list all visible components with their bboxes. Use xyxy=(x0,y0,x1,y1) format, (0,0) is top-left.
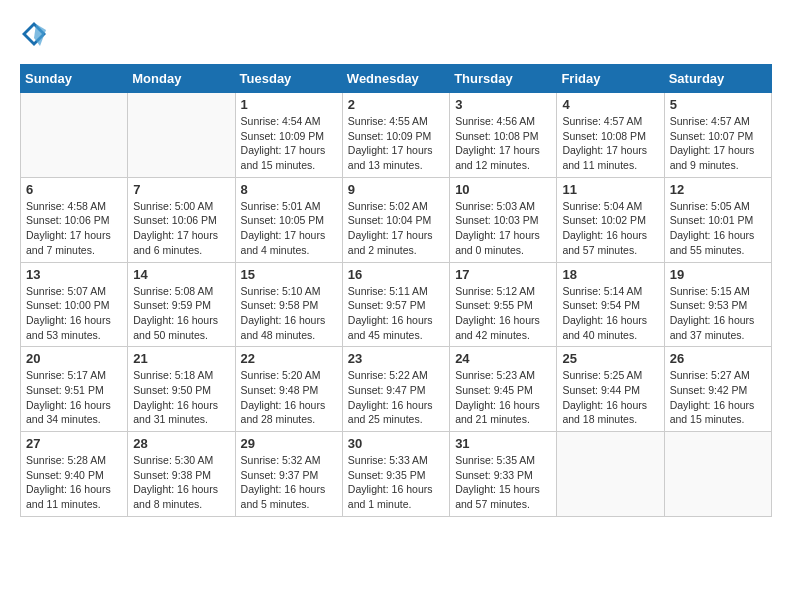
day-number: 19 xyxy=(670,267,766,282)
day-number: 27 xyxy=(26,436,122,451)
day-number: 2 xyxy=(348,97,444,112)
day-number: 24 xyxy=(455,351,551,366)
day-number: 25 xyxy=(562,351,658,366)
day-number: 5 xyxy=(670,97,766,112)
day-info: Sunrise: 5:22 AM Sunset: 9:47 PM Dayligh… xyxy=(348,368,444,427)
calendar-cell: 5Sunrise: 4:57 AM Sunset: 10:07 PM Dayli… xyxy=(664,93,771,178)
day-number: 29 xyxy=(241,436,337,451)
day-info: Sunrise: 4:54 AM Sunset: 10:09 PM Daylig… xyxy=(241,114,337,173)
day-of-week-header: Saturday xyxy=(664,65,771,93)
calendar-cell: 15Sunrise: 5:10 AM Sunset: 9:58 PM Dayli… xyxy=(235,262,342,347)
day-info: Sunrise: 4:56 AM Sunset: 10:08 PM Daylig… xyxy=(455,114,551,173)
day-number: 7 xyxy=(133,182,229,197)
calendar-cell xyxy=(21,93,128,178)
calendar-cell xyxy=(664,432,771,517)
day-info: Sunrise: 5:10 AM Sunset: 9:58 PM Dayligh… xyxy=(241,284,337,343)
day-info: Sunrise: 4:58 AM Sunset: 10:06 PM Daylig… xyxy=(26,199,122,258)
calendar-week-row: 13Sunrise: 5:07 AM Sunset: 10:00 PM Dayl… xyxy=(21,262,772,347)
day-info: Sunrise: 5:30 AM Sunset: 9:38 PM Dayligh… xyxy=(133,453,229,512)
day-number: 18 xyxy=(562,267,658,282)
calendar-cell: 6Sunrise: 4:58 AM Sunset: 10:06 PM Dayli… xyxy=(21,177,128,262)
day-of-week-header: Monday xyxy=(128,65,235,93)
day-info: Sunrise: 5:35 AM Sunset: 9:33 PM Dayligh… xyxy=(455,453,551,512)
day-number: 9 xyxy=(348,182,444,197)
day-number: 22 xyxy=(241,351,337,366)
day-number: 11 xyxy=(562,182,658,197)
calendar-cell: 29Sunrise: 5:32 AM Sunset: 9:37 PM Dayli… xyxy=(235,432,342,517)
day-info: Sunrise: 5:32 AM Sunset: 9:37 PM Dayligh… xyxy=(241,453,337,512)
calendar-cell: 22Sunrise: 5:20 AM Sunset: 9:48 PM Dayli… xyxy=(235,347,342,432)
day-number: 13 xyxy=(26,267,122,282)
calendar-cell: 9Sunrise: 5:02 AM Sunset: 10:04 PM Dayli… xyxy=(342,177,449,262)
day-info: Sunrise: 5:15 AM Sunset: 9:53 PM Dayligh… xyxy=(670,284,766,343)
day-info: Sunrise: 5:04 AM Sunset: 10:02 PM Daylig… xyxy=(562,199,658,258)
day-info: Sunrise: 5:23 AM Sunset: 9:45 PM Dayligh… xyxy=(455,368,551,427)
day-number: 21 xyxy=(133,351,229,366)
day-number: 10 xyxy=(455,182,551,197)
calendar-cell: 4Sunrise: 4:57 AM Sunset: 10:08 PM Dayli… xyxy=(557,93,664,178)
calendar-cell: 24Sunrise: 5:23 AM Sunset: 9:45 PM Dayli… xyxy=(450,347,557,432)
day-number: 23 xyxy=(348,351,444,366)
day-number: 26 xyxy=(670,351,766,366)
day-of-week-header: Wednesday xyxy=(342,65,449,93)
day-number: 30 xyxy=(348,436,444,451)
day-info: Sunrise: 5:11 AM Sunset: 9:57 PM Dayligh… xyxy=(348,284,444,343)
calendar-header-row: SundayMondayTuesdayWednesdayThursdayFrid… xyxy=(21,65,772,93)
calendar-week-row: 1Sunrise: 4:54 AM Sunset: 10:09 PM Dayli… xyxy=(21,93,772,178)
day-info: Sunrise: 5:25 AM Sunset: 9:44 PM Dayligh… xyxy=(562,368,658,427)
day-number: 28 xyxy=(133,436,229,451)
day-info: Sunrise: 5:17 AM Sunset: 9:51 PM Dayligh… xyxy=(26,368,122,427)
calendar-cell: 12Sunrise: 5:05 AM Sunset: 10:01 PM Dayl… xyxy=(664,177,771,262)
day-info: Sunrise: 5:20 AM Sunset: 9:48 PM Dayligh… xyxy=(241,368,337,427)
day-info: Sunrise: 5:12 AM Sunset: 9:55 PM Dayligh… xyxy=(455,284,551,343)
calendar-cell: 25Sunrise: 5:25 AM Sunset: 9:44 PM Dayli… xyxy=(557,347,664,432)
calendar-week-row: 6Sunrise: 4:58 AM Sunset: 10:06 PM Dayli… xyxy=(21,177,772,262)
day-info: Sunrise: 5:02 AM Sunset: 10:04 PM Daylig… xyxy=(348,199,444,258)
day-number: 20 xyxy=(26,351,122,366)
page-header xyxy=(20,20,772,48)
calendar-cell: 19Sunrise: 5:15 AM Sunset: 9:53 PM Dayli… xyxy=(664,262,771,347)
calendar-cell: 3Sunrise: 4:56 AM Sunset: 10:08 PM Dayli… xyxy=(450,93,557,178)
calendar-cell: 11Sunrise: 5:04 AM Sunset: 10:02 PM Dayl… xyxy=(557,177,664,262)
calendar-cell: 13Sunrise: 5:07 AM Sunset: 10:00 PM Dayl… xyxy=(21,262,128,347)
day-number: 3 xyxy=(455,97,551,112)
day-number: 1 xyxy=(241,97,337,112)
logo-icon xyxy=(20,20,48,48)
calendar-week-row: 20Sunrise: 5:17 AM Sunset: 9:51 PM Dayli… xyxy=(21,347,772,432)
day-number: 17 xyxy=(455,267,551,282)
day-number: 4 xyxy=(562,97,658,112)
day-info: Sunrise: 4:57 AM Sunset: 10:07 PM Daylig… xyxy=(670,114,766,173)
day-number: 16 xyxy=(348,267,444,282)
calendar-cell: 2Sunrise: 4:55 AM Sunset: 10:09 PM Dayli… xyxy=(342,93,449,178)
day-info: Sunrise: 4:55 AM Sunset: 10:09 PM Daylig… xyxy=(348,114,444,173)
day-info: Sunrise: 5:18 AM Sunset: 9:50 PM Dayligh… xyxy=(133,368,229,427)
calendar-cell: 26Sunrise: 5:27 AM Sunset: 9:42 PM Dayli… xyxy=(664,347,771,432)
calendar-cell: 14Sunrise: 5:08 AM Sunset: 9:59 PM Dayli… xyxy=(128,262,235,347)
day-of-week-header: Thursday xyxy=(450,65,557,93)
day-info: Sunrise: 5:03 AM Sunset: 10:03 PM Daylig… xyxy=(455,199,551,258)
day-info: Sunrise: 5:28 AM Sunset: 9:40 PM Dayligh… xyxy=(26,453,122,512)
calendar-cell: 27Sunrise: 5:28 AM Sunset: 9:40 PM Dayli… xyxy=(21,432,128,517)
calendar-cell: 8Sunrise: 5:01 AM Sunset: 10:05 PM Dayli… xyxy=(235,177,342,262)
day-info: Sunrise: 5:14 AM Sunset: 9:54 PM Dayligh… xyxy=(562,284,658,343)
calendar-cell: 18Sunrise: 5:14 AM Sunset: 9:54 PM Dayli… xyxy=(557,262,664,347)
day-number: 31 xyxy=(455,436,551,451)
day-number: 6 xyxy=(26,182,122,197)
calendar-cell: 28Sunrise: 5:30 AM Sunset: 9:38 PM Dayli… xyxy=(128,432,235,517)
day-number: 15 xyxy=(241,267,337,282)
calendar-cell: 21Sunrise: 5:18 AM Sunset: 9:50 PM Dayli… xyxy=(128,347,235,432)
calendar-cell xyxy=(128,93,235,178)
day-number: 8 xyxy=(241,182,337,197)
calendar-cell xyxy=(557,432,664,517)
day-info: Sunrise: 5:05 AM Sunset: 10:01 PM Daylig… xyxy=(670,199,766,258)
day-info: Sunrise: 5:08 AM Sunset: 9:59 PM Dayligh… xyxy=(133,284,229,343)
day-of-week-header: Sunday xyxy=(21,65,128,93)
day-info: Sunrise: 5:01 AM Sunset: 10:05 PM Daylig… xyxy=(241,199,337,258)
calendar-cell: 1Sunrise: 4:54 AM Sunset: 10:09 PM Dayli… xyxy=(235,93,342,178)
calendar-cell: 17Sunrise: 5:12 AM Sunset: 9:55 PM Dayli… xyxy=(450,262,557,347)
calendar-cell: 30Sunrise: 5:33 AM Sunset: 9:35 PM Dayli… xyxy=(342,432,449,517)
calendar-cell: 7Sunrise: 5:00 AM Sunset: 10:06 PM Dayli… xyxy=(128,177,235,262)
calendar-table: SundayMondayTuesdayWednesdayThursdayFrid… xyxy=(20,64,772,517)
logo xyxy=(20,20,52,48)
day-number: 14 xyxy=(133,267,229,282)
